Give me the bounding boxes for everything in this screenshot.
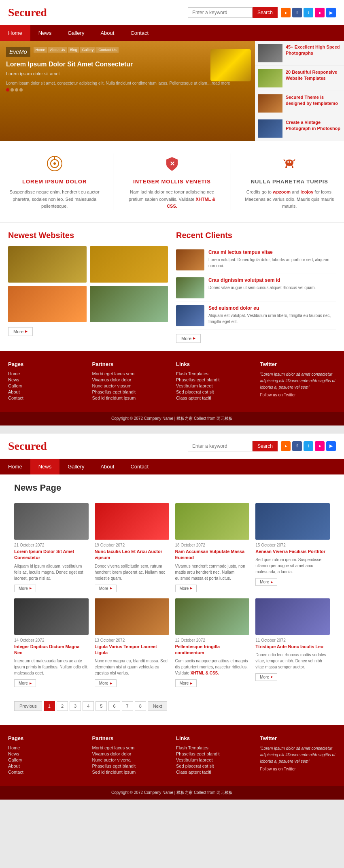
youtube-icon[interactable]: ▶ — [326, 8, 336, 17]
nav-home[interactable]: Home — [0, 25, 30, 41]
news-title-6[interactable]: Ligula Varius Tempor Laoreet Ligula — [95, 644, 169, 656]
icojoy-link[interactable]: icojoy — [301, 189, 314, 194]
facebook-icon[interactable]: f — [292, 8, 302, 17]
footer2-link-2[interactable]: Phasellus eget blandit — [176, 751, 252, 756]
hero-mini-about[interactable]: About Us — [48, 47, 67, 53]
footer-page-about-1[interactable]: About — [8, 389, 84, 394]
news-more-8[interactable]: More — [255, 673, 277, 681]
page-btn-2[interactable]: 2 — [57, 701, 68, 711]
search-input-2[interactable] — [188, 441, 253, 451]
next-page-btn[interactable]: Next — [148, 701, 168, 711]
footer2-page-about[interactable]: About — [8, 764, 84, 768]
news-title-5[interactable]: Integer Dapibus Dictum Magna Nec — [14, 644, 89, 656]
prev-page-btn[interactable]: Previous — [14, 701, 42, 711]
footer-page-news-1[interactable]: News — [8, 377, 84, 382]
feature-2-xhtml-link[interactable]: XHTML & CSS. — [167, 197, 215, 209]
footer-partner-1-3[interactable]: Nunc auctor vipsum — [92, 383, 168, 388]
dot-4[interactable] — [19, 88, 23, 91]
footer-link-1-4[interactable]: Sed placerat est sit — [176, 389, 252, 394]
rss-icon-2[interactable]: ▸ — [281, 441, 291, 451]
page-btn-3[interactable]: 3 — [70, 701, 81, 711]
footer2-partner-1[interactable]: Morbi eget lacus sem — [92, 745, 168, 750]
footer-link-1-5[interactable]: Class aptent taciti — [176, 396, 252, 400]
twitter-icon-2[interactable]: t — [304, 441, 313, 451]
facebook-icon-2[interactable]: f — [292, 441, 302, 451]
news-title-2[interactable]: Nunc Iaculis Leo Et Arcu Auctor vipsum — [95, 549, 169, 561]
hero-side-link-2[interactable]: 20 Beautiful Responsive Website Template… — [286, 70, 337, 81]
footer-link-1-1[interactable]: Flash Templates — [176, 371, 252, 376]
page-btn-5[interactable]: 5 — [96, 701, 107, 711]
hero-mini-gallery[interactable]: Gallery — [80, 47, 96, 53]
wpzoom-link[interactable]: wpzoom — [273, 189, 291, 194]
news-title-7[interactable]: Pellentesque fringilla condimentum — [175, 644, 250, 656]
twitter-icon[interactable]: t — [304, 8, 313, 17]
search-button[interactable]: Search — [253, 7, 278, 18]
news-more-1[interactable]: More — [14, 585, 36, 592]
hero-side-link-3[interactable]: Secured Theme is designed by templatemo — [286, 95, 338, 106]
dot-1[interactable] — [6, 88, 9, 91]
footer2-partner-3[interactable]: Nunc auctor viverra — [92, 757, 168, 762]
footer-page-home-1[interactable]: Home — [8, 371, 84, 376]
footer2-link-4[interactable]: Sed placerat est sit — [176, 764, 252, 768]
hero-side-link-4[interactable]: Create a Vintage Photograph in Photoshop — [286, 120, 340, 131]
nav2-gallery[interactable]: Gallery — [59, 459, 92, 474]
dot-2[interactable] — [11, 88, 14, 91]
footer-partner-1-1[interactable]: Morbi eget lacus sem — [92, 371, 168, 376]
flickr-icon[interactable]: ● — [315, 8, 325, 17]
news-more-2[interactable]: More — [95, 585, 117, 592]
footer2-page-contact[interactable]: Contact — [8, 770, 84, 774]
footer2-link-3[interactable]: Vestibulum laoreet — [176, 757, 252, 762]
news-title-4[interactable]: Aenean Viverra Facilisis Porttitor — [255, 549, 330, 555]
hero-mini-contact[interactable]: Contact Us — [96, 47, 119, 53]
client-title-3[interactable]: Sed euismod dolor eu — [208, 305, 336, 311]
page-btn-6[interactable]: 6 — [108, 701, 120, 711]
news-more-3[interactable]: More — [175, 585, 197, 592]
news-title-8[interactable]: Ttristique Ante Nunc Iaculis Leo — [255, 644, 330, 650]
page-btn-1[interactable]: 1 — [44, 701, 55, 711]
news-title-1[interactable]: Lorem Ipsum Dolor Sit Amet Consectetur — [14, 549, 89, 561]
nav-news[interactable]: News — [30, 25, 60, 41]
footer-twitter-follow-1[interactable]: Follow us on Twitter — [260, 393, 336, 397]
nav2-about[interactable]: About — [92, 459, 122, 474]
nav2-contact[interactable]: Contact — [122, 459, 157, 474]
footer-link-1-3[interactable]: Vestibulum laoreet — [176, 383, 252, 388]
xhtml-link-7[interactable]: XHTML & CSS. — [191, 671, 219, 675]
hero-mini-blog[interactable]: Blog — [68, 47, 79, 53]
nav2-news[interactable]: News — [30, 459, 60, 474]
news-more-5[interactable]: More — [14, 679, 36, 687]
page-btn-7[interactable]: 7 — [122, 701, 133, 711]
page-btn-8[interactable]: 8 — [135, 701, 146, 711]
news-more-4[interactable]: More — [255, 578, 277, 586]
footer2-link-1[interactable]: Flash Templates — [176, 745, 252, 750]
flickr-icon-2[interactable]: ● — [315, 441, 325, 451]
clients-more-btn[interactable]: More — [176, 334, 201, 343]
rss-icon[interactable]: ▸ — [281, 8, 291, 17]
nav-about[interactable]: About — [92, 25, 122, 41]
search-button-2[interactable]: Search — [253, 441, 278, 451]
footer2-page-news[interactable]: News — [8, 751, 84, 756]
news-more-7[interactable]: More — [175, 679, 197, 687]
footer2-partner-2[interactable]: Vivamus dolor dolor — [92, 751, 168, 756]
nav-gallery[interactable]: Gallery — [59, 25, 92, 41]
footer-partner-1-5[interactable]: Sed id tincidunt ipsum — [92, 396, 168, 400]
footer2-page-gallery[interactable]: Gallery — [8, 757, 84, 762]
newest-more-btn[interactable]: More — [8, 327, 33, 336]
nav-contact[interactable]: Contact — [122, 25, 157, 41]
footer-page-contact-1[interactable]: Contact — [8, 396, 84, 400]
page-btn-4[interactable]: 4 — [83, 701, 94, 711]
footer-partner-1-4[interactable]: Phasellus eget blandit — [92, 389, 168, 394]
footer2-link-5[interactable]: Class aptent taciti — [176, 770, 252, 774]
news-more-6[interactable]: More — [95, 679, 117, 687]
search-input[interactable] — [188, 7, 253, 18]
client-title-2[interactable]: Cras dignissim volutpat sem id — [208, 277, 316, 283]
dot-3[interactable] — [15, 88, 18, 91]
footer-partner-1-2[interactable]: Vivamus dolor dolor — [92, 377, 168, 382]
hero-mini-home[interactable]: Home — [34, 47, 47, 53]
footer-page-gallery-1[interactable]: Gallery — [8, 383, 84, 388]
hero-side-link-1[interactable]: 45+ Excellent High Speed Photographs — [286, 45, 340, 55]
footer-twitter-follow-2[interactable]: Follow us on Twitter — [260, 767, 336, 771]
client-title-1[interactable]: Cras mi lectus tempus vitae — [208, 249, 336, 255]
youtube-icon-2[interactable]: ▶ — [326, 441, 336, 451]
footer2-page-home[interactable]: Home — [8, 745, 84, 750]
footer2-partner-5[interactable]: Sed id tincidunt ipsum — [92, 770, 168, 774]
